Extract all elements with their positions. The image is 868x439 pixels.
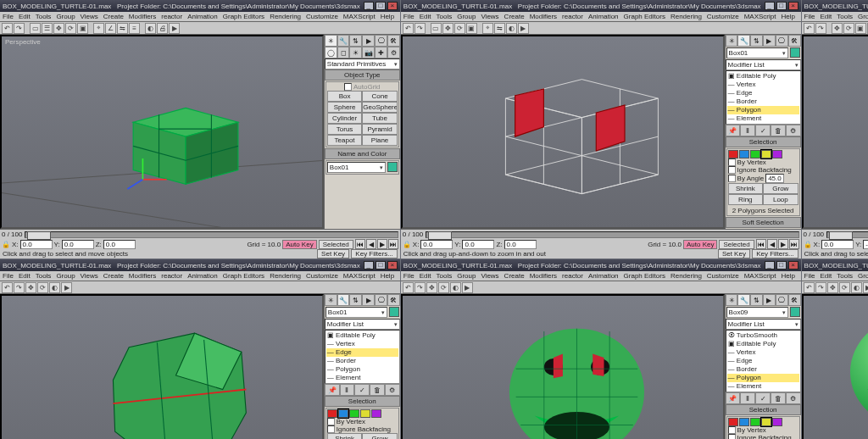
byvertex-checkbox[interactable] [728,158,736,166]
hierarchy-tab[interactable]: ⇅ [349,35,362,47]
primitive-cylinder[interactable]: Cylinder [327,113,363,124]
minimize-button[interactable]: _ [765,2,775,10]
helpers-icon[interactable]: ✚ [375,47,387,58]
menu-create[interactable]: Create [103,13,124,20]
primitive-torus[interactable]: Torus [327,124,363,135]
title-bar[interactable]: BOX_MODELING_TURTLE-01.max Project Folde… [0,259,400,271]
menu-bar[interactable]: FileEditToolsGroupViewsCreateModifiersre… [401,271,801,281]
primitive-box[interactable]: Box [327,91,363,102]
primitive-teapot[interactable]: Teapot [327,135,363,146]
coord-y[interactable]: 0.0 [62,240,94,249]
object-name-field[interactable]: Box01 [326,307,387,318]
redo-icon[interactable]: ↷ [14,23,25,34]
menu-animation[interactable]: Animation [187,13,218,20]
primitive-pyramid[interactable]: Pyramid [362,124,398,135]
primitive-sphere[interactable]: Sphere [327,102,363,113]
scale-icon[interactable]: ▣ [77,23,88,34]
create-tab[interactable]: ✳ [325,35,337,47]
menu-tools[interactable]: Tools [36,13,52,20]
viewport[interactable] [0,294,324,439]
coord-x[interactable]: 0.0 [20,240,53,249]
color-swatch[interactable] [387,162,398,172]
material-editor-icon[interactable]: ◐ [145,23,156,34]
display-tab[interactable]: 🖵 [375,35,387,47]
lights-icon[interactable]: ☀ [349,47,362,58]
menu-bar[interactable]: FileEditToolsGroupViewsCreateModifiersre… [401,12,801,22]
autokey-button[interactable]: Auto Key [282,240,316,249]
coord-z[interactable]: 0.0 [103,240,136,249]
viewport[interactable] [401,35,725,229]
close-button[interactable]: × [788,2,798,10]
geometry-icon[interactable]: ◯ [325,47,337,58]
ring-button[interactable]: Ring [728,194,764,205]
shapes-icon[interactable]: ◻ [337,47,350,58]
viewport[interactable] [401,294,725,439]
menu-bar[interactable]: FileEditToolsGroupViewsCreateModifiersre… [802,271,868,281]
modify-tab[interactable]: 🔧 [737,35,750,47]
modifier-stack[interactable]: ⦿ TurboSmooth ▣ Editable Poly — Vertex —… [726,330,801,392]
primitive-plane[interactable]: Plane [362,135,398,146]
menu-bar[interactable]: FileEditToolsGroupViewsCreateModifiersre… [0,271,400,281]
subobject-buttons[interactable] [728,150,798,158]
render-icon[interactable]: ▶ [169,23,180,34]
menu-edit[interactable]: Edit [19,13,31,20]
playback-controls[interactable]: ⏮◀▶⏭ [355,239,398,249]
motion-tab[interactable]: ▶ [362,35,375,47]
modifier-list[interactable]: Modifier List [726,319,801,330]
move-icon[interactable]: ✥ [53,23,64,34]
primitive-cone[interactable]: Cone [362,91,398,102]
autogrid-checkbox[interactable] [344,83,352,91]
title-bar[interactable]: BOX_MODELING_TURTLE-01.max Project Folde… [802,259,868,271]
menu-file[interactable]: File [3,13,14,20]
pin-stack-icon[interactable]: 📌 [726,125,741,136]
title-bar[interactable]: BOX_MODELING_TURTLE-01.max Project Folde… [401,0,801,12]
object-name-field[interactable]: Box09 [726,307,788,318]
mirror-icon[interactable]: ⇋ [117,23,128,34]
menu-group[interactable]: Group [56,13,75,20]
shrink-button[interactable]: Shrink [728,183,764,194]
loop-button[interactable]: Loop [763,194,798,205]
viewport[interactable] [802,294,868,439]
menu-customize[interactable]: Customize [306,13,338,20]
key-mode[interactable]: Selected [319,240,353,249]
modifier-list[interactable]: Modifier List [726,59,801,70]
menu-modifiers[interactable]: Modifiers [129,13,156,20]
menu-bar[interactable]: FileEditToolsGroupViewsCreateModifiersre… [802,12,868,22]
menu-grapheditors[interactable]: Graph Editors [223,13,264,20]
menu-rendering[interactable]: Rendering [270,13,301,20]
snap-icon[interactable]: ⌖ [93,23,104,34]
menu-reactor[interactable]: reactor [161,13,182,20]
rotate-icon[interactable]: ⟳ [65,23,76,34]
undo-icon[interactable]: ↶ [2,23,13,34]
byangle-checkbox[interactable] [728,175,736,182]
maximize-button[interactable]: □ [376,2,386,10]
stack-polygon[interactable]: — Polygon [727,106,799,114]
systems-icon[interactable]: ⚙ [387,47,400,58]
rollout-selection[interactable]: Selection [726,136,801,147]
menu-help[interactable]: Help [381,13,394,20]
title-bar[interactable]: BOX_MODELING_TURTLE-01.max Project Folde… [401,259,801,271]
close-button[interactable]: × [387,2,398,10]
time-slider[interactable] [426,231,798,238]
setkey-button[interactable]: Set Key [317,249,349,258]
object-name-field[interactable]: Box01 [726,47,788,58]
modifier-stack[interactable]: ▣ Editable Poly — Vertex — Edge — Border… [726,70,801,125]
select-name-icon[interactable]: ☰ [42,23,53,34]
align-icon[interactable]: ≡ [129,23,140,34]
time-slider[interactable] [25,231,398,238]
grow-button[interactable]: Grow [763,183,798,194]
object-name-field[interactable]: Box01 [327,162,386,173]
modify-tab[interactable]: 🔧 [337,35,350,47]
primitive-geosphere[interactable]: GeoSphere [362,102,398,113]
menu-maxscript[interactable]: MAXScript [343,13,376,20]
color-swatch[interactable] [790,47,800,58]
menu-bar[interactable]: File Edit Tools Group Views Create Modif… [0,12,400,22]
primitive-tube[interactable]: Tube [362,113,398,124]
modifier-list[interactable]: Modifier List [325,319,400,330]
viewport[interactable] [802,35,868,229]
keyfilters-button[interactable]: Key Filters... [351,249,397,258]
title-bar[interactable]: BOX_MODELING_TURTLE-01.max Project Folde… [0,0,400,12]
render-setup-icon[interactable]: 🖨 [157,23,168,34]
viewport[interactable]: Perspective [0,35,324,229]
ignorebf-checkbox[interactable] [728,166,736,174]
